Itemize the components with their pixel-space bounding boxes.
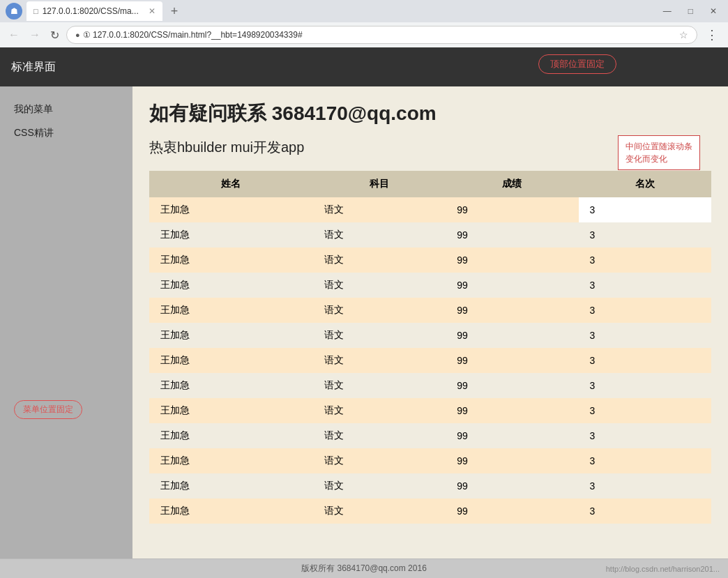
table-row: 王加急语文993 — [149, 373, 711, 398]
cell-name: 王加急 — [149, 197, 313, 222]
cell-score: 99 — [446, 398, 578, 423]
cell-rank: 3 — [579, 248, 711, 273]
lock-icon: ● — [75, 31, 80, 39]
cell-subject: 语文 — [313, 222, 446, 248]
page-title: 标准界面 — [11, 60, 56, 75]
table-row: 王加急语文993 — [149, 448, 711, 473]
page-header: 标准界面 顶部位置固定 — [0, 47, 728, 86]
cell-score: 99 — [446, 323, 578, 348]
cell-name: 王加急 — [149, 398, 313, 423]
content-heading: 如有疑问联系 3684170@qq.com — [149, 100, 711, 127]
cell-rank: 3 — [579, 323, 711, 348]
cell-subject: 语文 — [313, 323, 446, 348]
page-footer: 版权所有 3684170@qq.com 2016 http://blog.csd… — [0, 558, 728, 578]
cell-subject: 语文 — [313, 423, 446, 448]
new-tab-button[interactable]: + — [167, 4, 183, 19]
middle-annotation: 中间位置随滚动条 变化而变化 — [618, 135, 700, 170]
main-area: 我的菜单 CSS精讲 菜单位置固定 如有疑问联系 3684170@qq.com … — [0, 86, 728, 558]
cell-rank: 3 — [579, 398, 711, 423]
col-header-rank: 名次 — [579, 171, 711, 197]
cell-subject: 语文 — [313, 398, 446, 423]
close-button[interactable]: ✕ — [704, 5, 722, 17]
cell-name: 王加急 — [149, 448, 313, 473]
table-row: 王加急语文993 — [149, 248, 711, 273]
content-inner: 如有疑问联系 3684170@qq.com 热衷hbuilder mui开发ap… — [132, 86, 728, 538]
cell-name: 王加急 — [149, 473, 313, 499]
table-row: 王加急语文993 — [149, 423, 711, 448]
table-row: 王加急语文993 — [149, 323, 711, 348]
forward-button[interactable]: → — [26, 27, 43, 43]
bookmark-icon[interactable]: ☆ — [679, 29, 688, 40]
browser-menu-button[interactable]: ⋮ — [702, 26, 722, 44]
cell-score: 99 — [446, 222, 578, 248]
col-header-subject: 科目 — [313, 171, 446, 197]
cell-name: 王加急 — [149, 423, 313, 448]
cell-score: 99 — [446, 348, 578, 373]
title-bar: ☗ □ 127.0.0.1:8020/CSS/ma... ✕ + — □ ✕ — [0, 0, 728, 22]
sidebar-item-menu[interactable]: 我的菜单 — [0, 98, 132, 121]
cell-score: 99 — [446, 197, 578, 222]
cell-score: 99 — [446, 298, 578, 323]
cell-name: 王加急 — [149, 348, 313, 373]
browser-tab[interactable]: □ 127.0.0.1:8020/CSS/ma... ✕ — [26, 1, 162, 21]
cell-rank: 3 — [579, 298, 711, 323]
cell-subject: 语文 — [313, 348, 446, 373]
table-header-row: 姓名 科目 成绩 名次 — [149, 171, 711, 197]
user-avatar: ☗ — [6, 3, 22, 20]
table-row: 王加急语文993 — [149, 298, 711, 323]
table-row: 王加急语文993 — [149, 348, 711, 373]
cell-score: 99 — [446, 423, 578, 448]
cell-subject: 语文 — [313, 473, 446, 499]
tab-favicon: □ — [33, 7, 38, 15]
cell-score: 99 — [446, 448, 578, 473]
back-button[interactable]: ← — [6, 27, 22, 43]
cell-subject: 语文 — [313, 448, 446, 473]
url-text: ① 127.0.0.1:8020/CSS/main.html?__hbt=149… — [83, 30, 674, 40]
sidebar-item-css[interactable]: CSS精讲 — [0, 121, 132, 145]
tab-close-button[interactable]: ✕ — [149, 6, 156, 16]
cell-name: 王加急 — [149, 298, 313, 323]
cell-rank: 3 — [579, 273, 711, 298]
cell-score: 99 — [446, 248, 578, 273]
cell-name: 王加急 — [149, 323, 313, 348]
cell-subject: 语文 — [313, 298, 446, 323]
cell-subject: 语文 — [313, 197, 446, 222]
table-row: 王加急语文993 — [149, 273, 711, 298]
minimize-button[interactable]: — — [658, 5, 677, 17]
cell-name: 王加急 — [149, 248, 313, 273]
cell-rank: 3 — [579, 197, 711, 222]
footer-copyright: 版权所有 3684170@qq.com 2016 — [301, 563, 427, 575]
cell-subject: 语文 — [313, 248, 446, 273]
table-row: 王加急语文993 — [149, 499, 711, 524]
footer-blog: http://blog.csdn.net/harrison201... — [606, 565, 720, 573]
cell-rank: 3 — [579, 499, 711, 524]
content-area[interactable]: 如有疑问联系 3684170@qq.com 热衷hbuilder mui开发ap… — [132, 86, 728, 558]
cell-score: 99 — [446, 373, 578, 398]
cell-name: 王加急 — [149, 222, 313, 248]
table-row: 王加急语文993 — [149, 197, 711, 222]
col-header-name: 姓名 — [149, 171, 313, 197]
cell-subject: 语文 — [313, 499, 446, 524]
cell-name: 王加急 — [149, 499, 313, 524]
cell-rank: 3 — [579, 423, 711, 448]
table-row: 王加急语文993 — [149, 398, 711, 423]
sidebar-annotation: 菜单位置固定 — [14, 400, 82, 419]
cell-subject: 语文 — [313, 273, 446, 298]
cell-rank: 3 — [579, 473, 711, 499]
browser-window: ☗ □ 127.0.0.1:8020/CSS/ma... ✕ + — □ ✕ ←… — [0, 0, 728, 578]
maximize-button[interactable]: □ — [683, 5, 699, 17]
cell-score: 99 — [446, 273, 578, 298]
top-annotation: 顶部位置固定 — [538, 54, 616, 74]
col-header-score: 成绩 — [446, 171, 578, 197]
refresh-button[interactable]: ↻ — [47, 27, 62, 43]
data-table: 姓名 科目 成绩 名次 王加急语文993王加急语文993王加急语文993王加急语… — [149, 171, 711, 524]
url-bar[interactable]: ● ① 127.0.0.1:8020/CSS/main.html?__hbt=1… — [66, 26, 697, 44]
cell-name: 王加急 — [149, 373, 313, 398]
title-bar-left: ☗ □ 127.0.0.1:8020/CSS/ma... ✕ + — [6, 1, 655, 21]
window-controls: — □ ✕ — [658, 5, 722, 17]
cell-name: 王加急 — [149, 273, 313, 298]
tab-title: 127.0.0.1:8020/CSS/ma... — [43, 6, 139, 16]
address-bar: ← → ↻ ● ① 127.0.0.1:8020/CSS/main.html?_… — [0, 22, 728, 47]
cell-rank: 3 — [579, 448, 711, 473]
table-row: 王加急语文993 — [149, 222, 711, 248]
